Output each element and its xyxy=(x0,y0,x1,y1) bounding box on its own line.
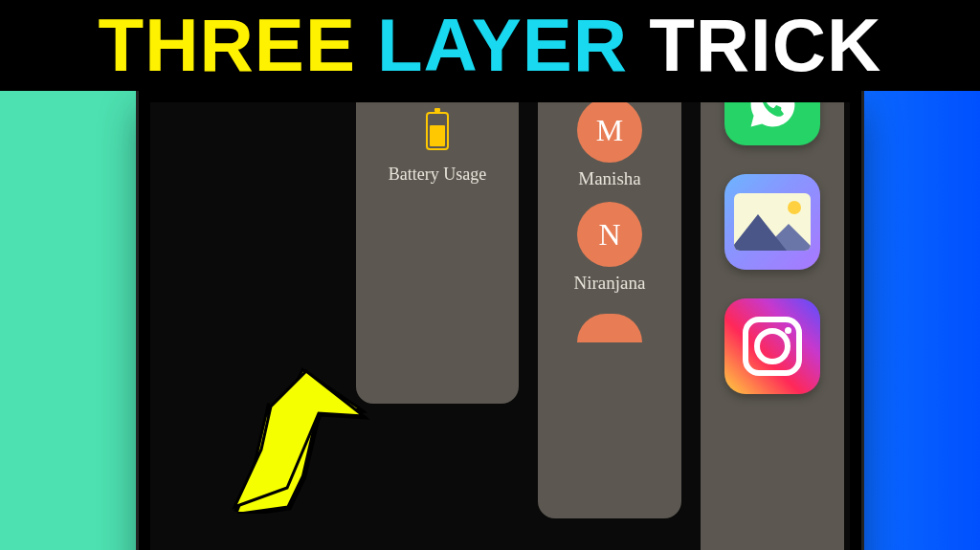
avatar-partial xyxy=(577,314,642,342)
contact-name: Manisha xyxy=(578,168,640,189)
title-word-2: LAYER xyxy=(377,2,628,89)
whatsapp-icon[interactable] xyxy=(724,102,820,145)
gallery-icon[interactable] xyxy=(724,174,820,270)
title-bar: THREE LAYER TRICK xyxy=(0,0,980,91)
battery-icon xyxy=(426,112,449,150)
layer-drawer-contacts[interactable]: M Manisha N Niranjana xyxy=(538,102,681,518)
pointer-arrow-icon xyxy=(196,354,368,516)
battery-usage-label: Battery Usage xyxy=(389,165,486,185)
layer-drawer-settings[interactable]: Battery Usage xyxy=(356,102,519,404)
title-word-1: THREE xyxy=(99,2,356,89)
contact-item[interactable]: M Manisha xyxy=(577,102,642,189)
instagram-icon[interactable] xyxy=(724,298,820,394)
layer-drawer-apps[interactable] xyxy=(701,102,844,550)
avatar: M xyxy=(577,102,642,163)
title-word-3: TRICK xyxy=(649,2,881,89)
contact-name: Niranjana xyxy=(574,273,646,294)
avatar: N xyxy=(577,202,642,267)
contact-item[interactable]: N Niranjana xyxy=(574,202,646,294)
